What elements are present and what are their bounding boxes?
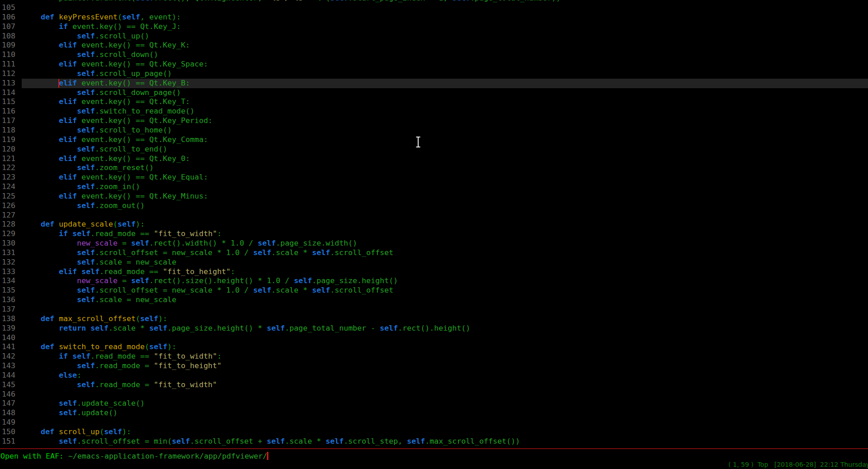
code-line[interactable]: 148 self.update(): [0, 408, 868, 418]
code-text: [23, 437, 59, 445]
keyword: if: [59, 229, 68, 238]
keyword: def: [41, 427, 54, 436]
code-line[interactable]: 140: [0, 333, 868, 343]
code-line[interactable]: 136 self.scale = new_scale: [0, 295, 868, 305]
code-text: [23, 427, 41, 436]
code-line[interactable]: 151 self.scroll_offset = min(self.scroll…: [0, 437, 868, 446]
code-line[interactable]: 106 def keyPressEvent(self, event):: [0, 13, 868, 22]
line-number: 107: [0, 22, 23, 32]
keyword: self: [149, 324, 167, 332]
code-line[interactable]: 149: [0, 418, 868, 427]
code-line[interactable]: 121 elif event.key() == Qt.Key_0:: [0, 154, 868, 164]
code-text: .scroll_down_page(): [95, 88, 181, 97]
code-line[interactable]: 131 self.scroll_offset = new_scale * 1.0…: [0, 248, 868, 258]
code-line[interactable]: 107 if event.key() == Qt.Key_J:: [0, 22, 868, 32]
code-line[interactable]: 123 elif event.key() == Qt.Key_Equal:: [0, 173, 868, 182]
minibuffer[interactable]: Open with EAF: ~/emacs-application-frame…: [0, 451, 268, 461]
code-line[interactable]: 110 self.scroll_down(): [0, 50, 868, 60]
code-buffer[interactable]: 105106 def keyPressEvent(self, event):10…: [0, 3, 868, 446]
code-line[interactable]: 138 def max_scroll_offset(self):: [0, 314, 868, 324]
code-text: [23, 201, 77, 210]
keyword: self: [77, 107, 95, 115]
code-line[interactable]: 108 self.scroll_up(): [0, 32, 868, 41]
code-line[interactable]: 147 self.update_scale(): [0, 399, 868, 408]
keyword: self: [81, 267, 100, 276]
string-literal: "%s / %s ": [267, 0, 312, 2]
code-line[interactable]: 109 elif event.key() == Qt.Key_K:: [0, 41, 868, 50]
keyword: self: [325, 437, 343, 445]
keyword: def: [41, 342, 54, 351]
code-line[interactable]: 135 self.scroll_offset = new_scale * 1.0…: [0, 286, 868, 295]
code-text: event.key() == Qt.Key_T:: [77, 97, 190, 106]
code-text: [68, 229, 72, 238]
code-line[interactable]: 116 self.switch_to_read_mode(): [0, 107, 868, 116]
code-line[interactable]: 112 self.scroll_up_page(): [0, 69, 868, 79]
code-line[interactable]: 105: [0, 3, 868, 13]
code-text: ):: [122, 427, 131, 436]
code-line[interactable]: 117 elif event.key() == Qt.Key_Period:: [0, 116, 868, 126]
code-text: [23, 60, 59, 68]
code-text: .read_mode ==: [91, 352, 154, 360]
code-line[interactable]: 111 elif event.key() == Qt.Key_Space:: [0, 60, 868, 69]
code-line[interactable]: 141 def switch_to_read_mode(self):: [0, 342, 868, 352]
code-text: .scroll_offset: [330, 248, 393, 257]
keyword: self: [149, 342, 167, 351]
line-number: 129: [0, 229, 23, 239]
code-line[interactable]: 133 elif self.read_mode == "fit_to_heigh…: [0, 267, 868, 277]
minibuffer-input[interactable]: ~/emacs-application-framework/app/pdfvie…: [68, 452, 267, 460]
line-number: 111: [0, 60, 23, 69]
line-number: 108: [0, 32, 23, 41]
line-number: 123: [0, 173, 23, 182]
code-text: .zoom_reset(): [95, 163, 154, 172]
line-number: 135: [0, 286, 23, 295]
line-number: 139: [0, 324, 23, 333]
code-line[interactable]: 134 new_scale = self.rect().size().heigh…: [0, 276, 868, 286]
code-text: [86, 324, 91, 332]
keyword: self: [407, 437, 425, 445]
code-text: [77, 267, 81, 276]
code-line[interactable]: 146: [0, 390, 868, 399]
code-line[interactable]: 145 self.read_mode = "fit_to_width": [0, 380, 868, 390]
keyword: self: [77, 88, 95, 97]
code-line[interactable]: 118 self.scroll_to_home(): [0, 126, 868, 135]
code-line[interactable]: 120 self.scroll_to_end(): [0, 145, 868, 154]
keyword: self: [267, 437, 285, 445]
code-line[interactable]: 132 self.scale = new_scale: [0, 258, 868, 267]
line-number: 144: [0, 371, 23, 380]
code-line[interactable]: 122 self.zoom_reset(): [0, 163, 868, 173]
code-line[interactable]: 124 self.zoom_in(): [0, 182, 868, 192]
code-text: .scroll_up(): [95, 32, 149, 40]
code-text: .scroll_up_page(): [95, 69, 172, 78]
function-name: max_scroll_offset: [59, 314, 136, 323]
keyword: elif: [59, 79, 77, 87]
keyword: def: [41, 220, 54, 228]
line-number: 133: [0, 267, 23, 277]
code-line[interactable]: 125 elif event.key() == Qt.Key_Minus:: [0, 192, 868, 201]
code-line[interactable]: 142 if self.read_mode == "fit_to_width":: [0, 352, 868, 361]
code-text: [23, 267, 59, 276]
line-number: 136: [0, 295, 23, 305]
keyword: self: [77, 126, 95, 134]
code-text: event.key() == Qt.Key_J:: [68, 22, 181, 31]
code-line[interactable]: 119 elif event.key() == Qt.Key_Comma:: [0, 135, 868, 145]
code-line[interactable]: 115 elif event.key() == Qt.Key_T:: [0, 97, 868, 107]
code-line-current[interactable]: 113 elif event.key() == Qt.Key_B:: [0, 79, 868, 88]
code-line[interactable]: 137: [0, 305, 868, 314]
code-text: event.key() == Qt.Key_0:: [77, 154, 190, 163]
code-line[interactable]: 114 self.scroll_down_page(): [0, 88, 868, 98]
code-line[interactable]: 129 if self.read_mode == "fit_to_width":: [0, 229, 868, 239]
code-text: .read_mode ==: [91, 229, 154, 238]
code-text: painter.drawText(: [23, 0, 136, 2]
code-text: event.key() == Qt.Key_K:: [77, 41, 190, 49]
code-text: (: [118, 13, 122, 21]
code-line[interactable]: 130 new_scale = self.rect().width() * 1.…: [0, 239, 868, 248]
code-line[interactable]: 143 self.read_mode = "fit_to_height": [0, 361, 868, 371]
code-line[interactable]: 139 return self.scale * self.page_size.h…: [0, 324, 868, 333]
code-line[interactable]: 126 self.zoom_out(): [0, 201, 868, 211]
code-line[interactable]: 128 def update_scale(self):: [0, 220, 868, 229]
code-line[interactable]: 150 def scroll_up(self):: [0, 427, 868, 437]
code-text: [23, 107, 77, 115]
code-line[interactable]: 127: [0, 211, 868, 220]
keyword: self: [77, 163, 95, 172]
code-line[interactable]: 144 else:: [0, 371, 868, 380]
